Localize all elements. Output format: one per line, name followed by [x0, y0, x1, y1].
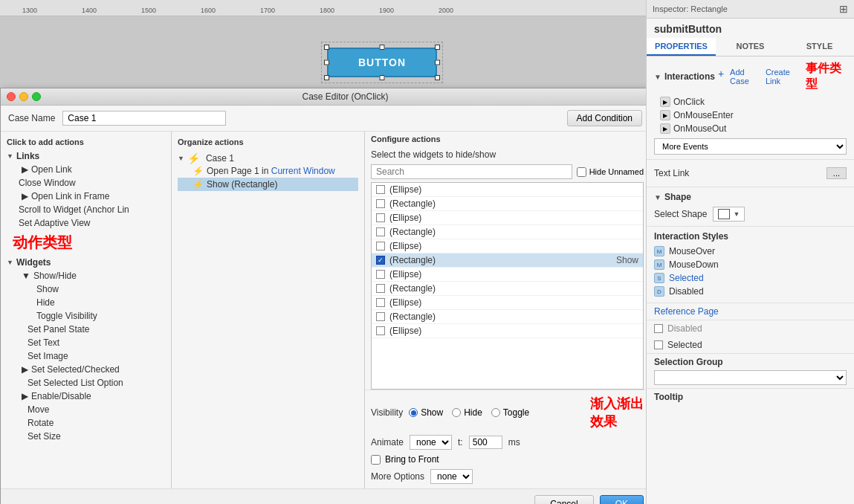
add-condition-button[interactable]: Add Condition — [567, 110, 642, 126]
action-hide[interactable]: Hide — [1, 296, 171, 309]
action-set-image[interactable]: Set Image — [1, 349, 171, 363]
widget-checkbox-0[interactable] — [376, 185, 385, 194]
handle-bl[interactable] — [324, 75, 329, 80]
widget-checkbox-5[interactable]: ✓ — [376, 256, 385, 265]
organize-action-link: Current Window — [271, 166, 335, 176]
widget-row-10[interactable]: (Ellipse) — [372, 324, 643, 338]
organize-action-label-1: Open Page 1 in Current Window — [207, 166, 335, 176]
widgets-group-header[interactable]: ▼ Widgets — [1, 256, 171, 269]
animate-select[interactable]: none — [410, 435, 452, 450]
action-show-hide[interactable]: ▼Show/Hide — [1, 269, 171, 282]
search-input[interactable] — [371, 164, 572, 179]
more-events-select[interactable]: More Events — [654, 138, 847, 155]
widget-checkbox-7[interactable] — [376, 284, 385, 293]
action-set-selected-checked[interactable]: ▶Set Selected/Checked — [1, 363, 171, 376]
widget-row-2[interactable]: (Ellipse) — [372, 211, 643, 225]
disabled-checkbox[interactable] — [654, 324, 663, 333]
action-set-text[interactable]: Set Text — [1, 336, 171, 349]
widget-row-0[interactable]: (Ellipse) — [372, 183, 643, 197]
widget-checkbox-4[interactable] — [376, 242, 385, 251]
widget-row-6[interactable]: (Ellipse) — [372, 268, 643, 282]
tab-properties[interactable]: PROPERTIES — [647, 38, 716, 56]
onmouseout-label: OnMouseOut — [673, 123, 726, 134]
event-onmouseout[interactable]: ▶ OnMouseOut — [654, 122, 847, 135]
widget-row-8[interactable]: (Ellipse) — [372, 296, 643, 310]
action-open-link-frame[interactable]: ▶Open Link in Frame — [1, 190, 171, 203]
handle-tr[interactable] — [435, 45, 440, 50]
hide-unnamed-checkbox[interactable] — [577, 167, 586, 177]
interactions-chevron[interactable]: ▼ — [654, 73, 661, 81]
action-rotate[interactable]: Rotate — [1, 416, 171, 430]
disabled-label: Disabled — [667, 323, 702, 334]
action-toggle-visibility[interactable]: Toggle Visibility — [1, 309, 171, 323]
action-open-link[interactable]: ▶Open Link — [1, 163, 171, 176]
widget-checkbox-9[interactable] — [376, 312, 385, 321]
widget-row-7[interactable]: (Rectangle) — [372, 282, 643, 296]
organize-action-open-link[interactable]: ⚡ Open Page 1 in Current Window — [178, 164, 358, 178]
widget-checkbox-8[interactable] — [376, 298, 385, 307]
cancel-button[interactable]: Cancel — [534, 495, 593, 504]
action-set-selected-list-option[interactable]: Set Selected List Option — [1, 376, 171, 390]
case-name-input[interactable] — [62, 111, 226, 126]
canvas-submit-button[interactable]: BUTTON — [327, 48, 437, 77]
more-options-select[interactable]: none — [430, 469, 473, 484]
links-group-header[interactable]: ▼ Links — [1, 149, 171, 163]
add-case-link[interactable]: Add Case — [730, 68, 760, 85]
handle-mr[interactable] — [435, 60, 440, 65]
tab-notes[interactable]: NOTES — [716, 38, 785, 56]
widget-row-3[interactable]: (Rectangle) — [372, 225, 643, 239]
widget-row-4[interactable]: (Ellipse) — [372, 239, 643, 253]
tab-style[interactable]: STYLE — [785, 38, 854, 56]
handle-ml[interactable] — [324, 60, 329, 65]
visibility-toggle[interactable]: Toggle — [491, 407, 529, 418]
close-button[interactable] — [7, 92, 16, 101]
widget-checkbox-1[interactable] — [376, 199, 385, 208]
ok-button[interactable]: OK — [600, 495, 644, 504]
ist-mousedown[interactable]: M MouseDown — [654, 258, 847, 271]
action-move[interactable]: Move — [1, 403, 171, 416]
action-set-size[interactable]: Set Size — [1, 430, 171, 443]
ist-selected[interactable]: S Selected — [654, 271, 847, 285]
text-link-button[interactable]: ... — [826, 167, 847, 179]
action-set-panel-state[interactable]: Set Panel State — [1, 323, 171, 336]
visibility-show[interactable]: Show — [409, 407, 443, 418]
create-link-link[interactable]: Create Link — [766, 68, 800, 85]
widget-checkbox-6[interactable] — [376, 270, 385, 279]
more-options-label: More Options — [371, 471, 424, 482]
handle-tm[interactable] — [380, 45, 385, 50]
visibility-radio-group: Show Hide Toggle — [409, 407, 529, 418]
middle-panel-header: Organize actions — [172, 135, 364, 149]
shape-chevron[interactable]: ▼ — [654, 193, 661, 201]
event-onclick[interactable]: ▶ OnClick — [654, 95, 847, 109]
add-case-icon[interactable]: + — [718, 68, 724, 85]
shape-selector[interactable]: ▼ — [713, 207, 745, 222]
handle-bm[interactable] — [380, 75, 385, 80]
widget-checkbox-3[interactable] — [376, 227, 385, 236]
t-input[interactable] — [469, 436, 502, 449]
widget-row-5[interactable]: ✓ (Rectangle) Show — [372, 253, 643, 268]
visibility-hide[interactable]: Hide — [452, 407, 482, 418]
handle-br[interactable] — [435, 75, 440, 80]
action-close-window[interactable]: Close Window — [1, 176, 171, 190]
action-set-adaptive-view[interactable]: Set Adaptive View — [1, 216, 171, 230]
widget-row-1[interactable]: (Rectangle) — [372, 197, 643, 211]
widget-checkbox-10[interactable] — [376, 326, 385, 335]
reference-page-row[interactable]: Reference Page — [647, 303, 854, 320]
action-enable-disable[interactable]: ▶Enable/Disable — [1, 390, 171, 403]
action-show[interactable]: Show — [1, 282, 171, 296]
ist-mouseover[interactable]: M MouseOver — [654, 245, 847, 258]
handle-tl[interactable] — [324, 45, 329, 50]
event-onmouseenter[interactable]: ▶ OnMouseEnter — [654, 109, 847, 122]
selected-checkbox[interactable] — [654, 340, 663, 349]
ist-disabled[interactable]: D Disabled — [654, 285, 847, 298]
inspector-icon[interactable]: ⊞ — [839, 3, 848, 15]
widget-row-9[interactable]: (Rectangle) — [372, 310, 643, 324]
minimize-button[interactable] — [19, 92, 28, 101]
maximize-button[interactable] — [32, 92, 41, 101]
widget-checkbox-2[interactable] — [376, 213, 385, 222]
organize-action-show[interactable]: ⚡ Show (Rectangle) — [178, 178, 358, 191]
bring-to-front-checkbox[interactable] — [371, 455, 381, 465]
action-scroll-widget[interactable]: Scroll to Widget (Anchor Lin — [1, 203, 171, 216]
traffic-lights — [7, 92, 41, 101]
selection-group-select[interactable] — [654, 370, 847, 385]
